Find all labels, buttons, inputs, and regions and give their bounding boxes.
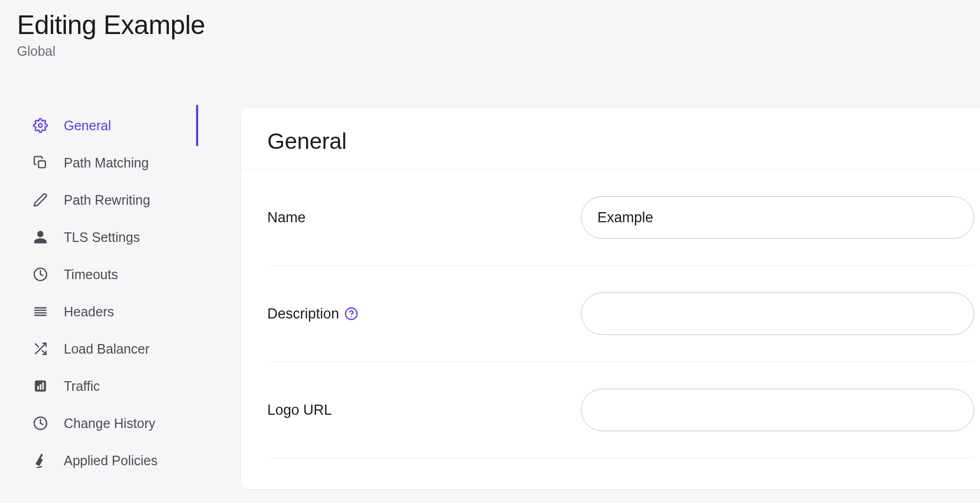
svg-point-0 (39, 124, 43, 128)
svg-rect-1 (39, 161, 46, 168)
sidebar-item-tls-settings[interactable]: TLS Settings (17, 219, 198, 256)
form-row-description: Description (267, 266, 974, 362)
gear-icon (33, 118, 48, 133)
page-title: Editing Example (17, 10, 963, 40)
sidebar-item-label: Headers (64, 304, 114, 320)
copy-icon (33, 155, 48, 170)
sidebar-item-timeouts[interactable]: Timeouts (17, 256, 198, 293)
shuffle-icon (33, 341, 48, 356)
page-subtitle: Global (17, 44, 963, 59)
sidebar-item-load-balancer[interactable]: Load Balancer (17, 330, 198, 367)
form-row-name: Name (267, 170, 974, 266)
card-title: General (267, 129, 974, 154)
sidebar-item-label: Path Matching (64, 155, 149, 171)
svg-rect-11 (37, 386, 39, 390)
sidebar-item-label: Applied Policies (64, 453, 158, 468)
name-label: Name (267, 209, 306, 226)
sidebar-item-headers[interactable]: Headers (17, 293, 198, 330)
form-row-logo-url: Logo URL (267, 362, 974, 458)
logo-url-input[interactable] (581, 389, 974, 431)
sidebar-item-label: General (64, 118, 111, 133)
sidebar-item-label: Change History (64, 416, 155, 431)
sidebar-item-general[interactable]: General (17, 107, 198, 144)
sidebar-item-traffic[interactable]: Traffic (17, 367, 198, 405)
svg-rect-13 (43, 382, 44, 390)
svg-rect-12 (40, 384, 41, 390)
description-label: Description (267, 306, 339, 322)
clock-icon (33, 267, 48, 282)
sidebar-item-path-rewriting[interactable]: Path Rewriting (17, 181, 198, 219)
sidebar-item-path-matching[interactable]: Path Matching (17, 144, 198, 181)
description-input[interactable] (581, 292, 974, 335)
gavel-icon (33, 453, 48, 468)
sidebar-item-label: Load Balancer (64, 341, 149, 357)
clock-icon (33, 416, 48, 431)
sidebar-item-label: Path Rewriting (64, 192, 150, 208)
svg-line-9 (36, 344, 39, 347)
chart-icon (33, 379, 48, 393)
lines-icon (33, 304, 48, 319)
sidebar-item-label: Timeouts (64, 267, 118, 282)
content-card: General Name Description (240, 107, 980, 490)
sidebar-item-change-history[interactable]: Change History (17, 405, 198, 442)
logo-url-label: Logo URL (267, 402, 332, 418)
help-icon[interactable] (344, 307, 358, 321)
sidebar-item-label: TLS Settings (64, 230, 140, 245)
sidebar-item-applied-policies[interactable]: Applied Policies (17, 442, 198, 479)
name-input[interactable] (581, 196, 974, 239)
user-icon (33, 230, 48, 245)
sidebar: General Path Matching Path Rewriting TLS… (17, 107, 214, 479)
pencil-icon (33, 192, 48, 207)
sidebar-item-label: Traffic (64, 379, 100, 394)
